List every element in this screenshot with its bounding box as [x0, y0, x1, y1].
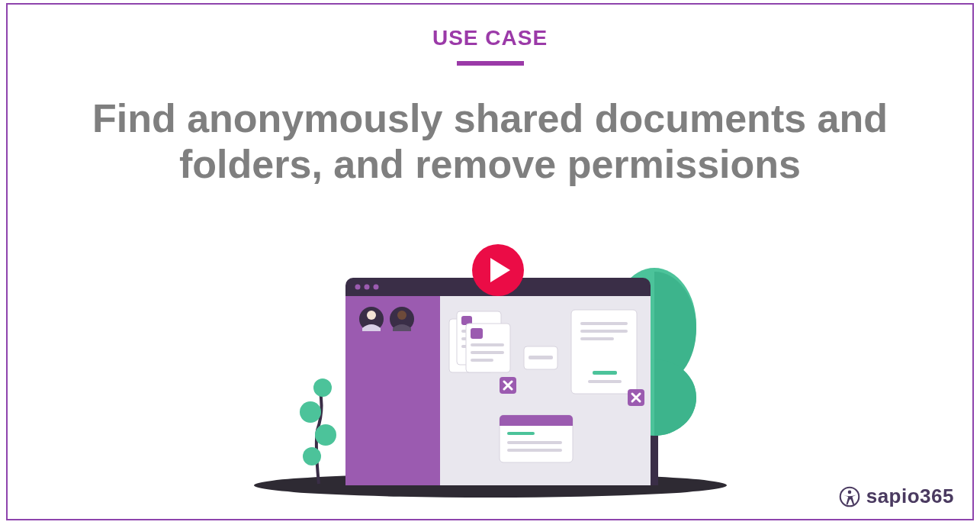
svg-point-15 — [367, 311, 376, 320]
svg-rect-43 — [507, 441, 562, 444]
svg-rect-44 — [507, 449, 562, 452]
svg-point-10 — [364, 285, 369, 290]
svg-point-7 — [303, 447, 321, 465]
plant-small — [300, 378, 336, 484]
svg-point-11 — [373, 285, 378, 290]
accessibility-icon — [839, 486, 860, 507]
brand-text: sapio365 — [866, 485, 954, 508]
doc-small — [524, 346, 557, 369]
illustration — [216, 226, 765, 501]
svg-point-17 — [397, 311, 406, 320]
eyebrow-label: USE CASE — [8, 26, 972, 50]
play-button[interactable] — [472, 244, 524, 296]
doc-stack-1 — [449, 311, 510, 372]
avatar-1 — [359, 307, 384, 331]
illustration-svg — [216, 226, 765, 501]
svg-point-6 — [315, 424, 336, 446]
svg-rect-36 — [593, 371, 617, 375]
svg-point-47 — [847, 490, 851, 494]
close-chip-2 — [628, 389, 644, 406]
svg-rect-33 — [580, 322, 628, 325]
avatar-2 — [390, 307, 414, 331]
svg-point-5 — [300, 401, 321, 423]
svg-rect-28 — [471, 359, 493, 362]
svg-rect-35 — [580, 337, 614, 340]
svg-point-4 — [313, 378, 332, 397]
close-chip-1 — [500, 377, 516, 394]
svg-rect-26 — [471, 343, 504, 346]
svg-rect-42 — [507, 432, 535, 435]
svg-rect-34 — [580, 330, 628, 333]
svg-rect-31 — [529, 356, 553, 359]
svg-rect-41 — [500, 422, 573, 426]
brand-mark: sapio365 — [839, 485, 954, 508]
promo-card: USE CASE Find anonymously shared documen… — [6, 3, 974, 520]
svg-rect-37 — [588, 380, 622, 383]
browser-window — [345, 278, 651, 485]
accent-rule — [457, 61, 524, 66]
headline: Find anonymously shared documents and fo… — [8, 96, 972, 188]
svg-rect-27 — [471, 351, 504, 354]
svg-rect-25 — [471, 328, 483, 339]
doc-header-card — [500, 415, 573, 462]
svg-point-9 — [355, 285, 360, 290]
doc-large — [571, 310, 637, 394]
